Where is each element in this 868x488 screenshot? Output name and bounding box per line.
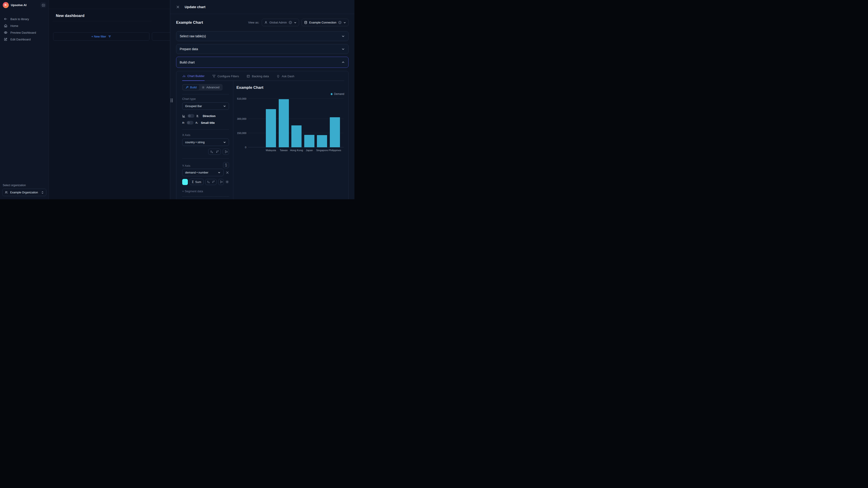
tab-configure-filters[interactable]: Configure Filters (212, 74, 239, 81)
tab-chart-builder[interactable]: Chart Builder (182, 74, 205, 81)
bar-hong-kong[interactable] (291, 125, 302, 147)
vertical-bars-icon (182, 114, 186, 118)
build-mode-label: Build (190, 86, 197, 89)
brand-name: Upsolve AI (11, 3, 39, 7)
remove-persona-icon[interactable]: ✕ (289, 21, 292, 24)
tab-ask-dash[interactable]: Ask Dash (276, 74, 294, 81)
sidebar-item-preview-dashboard[interactable]: Preview Dashboard (0, 29, 49, 36)
x-axis-value: country • string (185, 140, 223, 144)
gridline (248, 98, 344, 99)
bar-malaysia[interactable] (266, 109, 276, 147)
update-chart-panel: Update chart Example Chart View as: Glob… (170, 0, 354, 199)
panel-header: Update chart (170, 0, 354, 14)
user-icon (264, 21, 268, 24)
color-swatch[interactable] (182, 179, 188, 185)
build-mode-button[interactable]: Build (183, 85, 199, 90)
tab-label: Chart Builder (187, 74, 205, 78)
x-axis-label: X Axis (182, 133, 229, 137)
users-icon (5, 191, 8, 194)
upsolve-logo-icon (3, 2, 9, 8)
sort-descending-icon[interactable] (212, 180, 215, 184)
y-tick-label: 150,000 (237, 132, 246, 134)
rename-field-button[interactable] (223, 149, 229, 155)
advanced-mode-button[interactable]: Advanced (199, 85, 222, 90)
accordion-label: Build chart (180, 61, 341, 64)
bar-taiwan[interactable] (279, 99, 289, 147)
rename-cursor-icon (219, 180, 223, 184)
accordion-label: Prepare data (180, 47, 341, 51)
bar-japan[interactable] (304, 135, 314, 147)
horizontal-bars-icon (196, 114, 200, 118)
builder-columns: Build Advanced Chart type Grouped Bar (182, 81, 344, 199)
legend-dot (331, 93, 333, 95)
chevron-down-icon (341, 34, 345, 38)
chart-type-value: Grouped Bar (185, 104, 223, 108)
y-axis-select[interactable]: demand • number (182, 169, 223, 176)
connection-chip[interactable]: Example Connection ✕ (302, 19, 348, 26)
sigma-icon: Σ (192, 180, 194, 184)
legend-label: Demand (334, 92, 344, 96)
x-axis-labels: MalaysiaTaiwanHong KongJapanSingaporePhi… (248, 149, 344, 153)
title-divider (53, 21, 152, 21)
y-axis-settings-icon[interactable] (225, 180, 229, 184)
aggregation-label: Sum (195, 180, 201, 184)
x-axis-select[interactable]: country • string (182, 138, 229, 146)
sidebar-collapse-button[interactable] (41, 2, 46, 8)
x-category-label: Philippines (325, 149, 345, 152)
panel-drag-handle[interactable] (170, 99, 173, 102)
accordion-prepare-data[interactable]: Prepare data (176, 44, 348, 54)
chart-legend[interactable]: Demand (237, 92, 344, 96)
chevron-down-icon[interactable] (294, 21, 297, 24)
direction-row: Direction (182, 114, 229, 118)
sort-descending-icon[interactable] (216, 150, 219, 153)
remove-connection-icon[interactable]: ✕ (338, 21, 342, 24)
chart-name-row: Example Chart View as: Global Admin ✕ Ex… (176, 19, 348, 26)
organization-selector[interactable]: Example Organization (2, 189, 46, 196)
small-title-row: A↑ A↓ Small title (182, 121, 229, 125)
main-area: New dashboard + New filter (49, 0, 170, 199)
lightbulb-icon (276, 74, 280, 78)
sort-ascending-icon[interactable] (207, 180, 210, 184)
sidebar-item-edit-dashboard[interactable]: Edit Dashboard (0, 36, 49, 43)
new-filter-label[interactable]: + New filter (91, 35, 106, 38)
bar-singapore[interactable] (317, 135, 327, 147)
gear-icon (225, 180, 229, 184)
title-small-icon: A↓ (195, 121, 198, 124)
sort-ascending-icon[interactable] (210, 150, 213, 153)
bar-philippines[interactable] (330, 117, 340, 147)
sort-group (208, 149, 221, 155)
chart-type-select[interactable]: Grouped Bar (182, 102, 229, 110)
direction-label: Direction (203, 114, 215, 118)
y-axis-label: Y Axis (182, 164, 223, 167)
chevron-down-icon (218, 171, 221, 174)
tab-backing-data[interactable]: Backing data (247, 74, 269, 81)
builder-tabs: Chart Builder Configure Filters Backing … (182, 74, 344, 81)
close-icon[interactable] (176, 5, 180, 9)
accordion-build-chart[interactable]: Build chart (176, 57, 348, 68)
new-filter-dropzone[interactable]: + New filter (53, 32, 149, 41)
small-title-label: Small title (201, 121, 215, 125)
small-title-toggle[interactable] (187, 121, 193, 125)
sidebar-item-label: Home (10, 24, 18, 28)
number-format-button[interactable]: 01 10 (223, 162, 229, 168)
segment-data-link[interactable]: + Segment data (182, 190, 229, 193)
direction-toggle[interactable] (188, 114, 194, 118)
remove-y-axis-icon[interactable] (226, 171, 229, 174)
chevron-down-icon[interactable] (343, 21, 346, 24)
y-axis-select-row: demand • number (182, 169, 229, 176)
chevrons-up-down-icon (41, 191, 44, 194)
sidebar-item-back-to-library[interactable]: Back to library (0, 15, 49, 22)
rename-field-button[interactable] (218, 179, 224, 185)
accordion-select-raw-tables[interactable]: Select raw table(s) (176, 31, 348, 41)
chart-type-label: Chart type (182, 97, 229, 101)
sidebar-item-home[interactable]: Home (0, 22, 49, 29)
mode-toggle: Build Advanced (182, 84, 223, 91)
y-tick-label: 510,000 (237, 97, 246, 100)
divider (182, 158, 229, 159)
bar-chart-icon (182, 74, 186, 78)
persona-chip[interactable]: Global Admin ✕ (262, 19, 299, 26)
view-as-label: View as: (248, 21, 259, 24)
aggregation-button[interactable]: Σ Sum (189, 179, 204, 185)
arrow-left-icon (4, 17, 7, 21)
dashboard-title: New dashboard (56, 13, 170, 18)
